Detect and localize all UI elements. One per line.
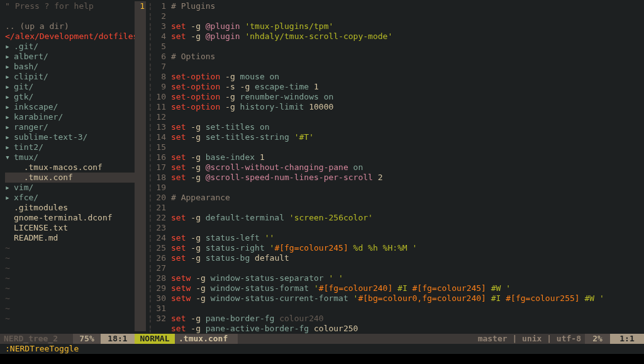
code-line[interactable]: setw -g window-status-current-format '#[…: [171, 293, 644, 304]
nerdtree-root-path[interactable]: </alex/Development/dotfiles/: [5, 31, 135, 42]
vim-mode-indicator: NORMAL: [135, 334, 175, 344]
code-line[interactable]: set -g pane-active-border-fg colour250: [171, 324, 644, 334]
tree-folder[interactable]: ▸.git/: [5, 42, 135, 52]
tilde-line: ~: [5, 263, 135, 273]
nerdtree-help: " Press ? for help: [5, 1, 135, 11]
line-number: 7: [155, 62, 166, 72]
tree-folder[interactable]: ▸xfce/: [5, 193, 135, 203]
code-line[interactable]: set-option -g renumber-windows on: [171, 92, 644, 102]
line-number: 3: [155, 21, 166, 31]
tree-file[interactable]: gnome-terminal.dconf: [5, 213, 135, 223]
line-number: 18: [155, 173, 166, 183]
tree-file[interactable]: .tmux.conf: [5, 173, 135, 183]
line-number: 21: [155, 203, 166, 213]
code-line[interactable]: set -g pane-border-fg colour240: [171, 314, 644, 324]
line-number: 24: [155, 233, 166, 243]
code-line[interactable]: set -g @scroll-speed-num-lines-per-scrol…: [171, 173, 644, 183]
code-line[interactable]: set -g set-titles-string '#T': [171, 132, 644, 142]
code-line[interactable]: [171, 203, 644, 213]
tree-folder[interactable]: ▸karabiner/: [5, 112, 135, 122]
tilde-line: ~: [5, 293, 135, 304]
code-line[interactable]: [171, 263, 644, 273]
code-line[interactable]: [171, 62, 644, 72]
code-line[interactable]: # Plugins: [171, 1, 644, 11]
line-number: 23: [155, 223, 166, 233]
code-line[interactable]: [171, 183, 644, 193]
code-line[interactable]: [171, 42, 644, 52]
code-line[interactable]: set -g status-right '#[fg=colour245] %d …: [171, 243, 644, 253]
tree-status-position: 18:1: [101, 334, 135, 344]
line-number: 1: [155, 1, 166, 11]
tree-folder[interactable]: ▸gtk/: [5, 92, 135, 102]
code-line[interactable]: [171, 142, 644, 152]
code-line[interactable]: [171, 11, 644, 21]
line-number: 9: [155, 82, 166, 92]
nerdtree-pane[interactable]: " Press ? for help .. (up a dir) </alex/…: [0, 0, 135, 331]
status-position: 1:1: [610, 334, 644, 344]
tree-folder[interactable]: ▸ranger/: [5, 122, 135, 132]
code-line[interactable]: set-option -s -g escape-time 1: [171, 82, 644, 92]
code-line[interactable]: set -g set-titles on: [171, 122, 644, 132]
line-number: 29: [155, 283, 166, 293]
tree-folder[interactable]: ▸inkscape/: [5, 102, 135, 112]
code-line[interactable]: setw -g window-status-separator ' ': [171, 273, 644, 283]
code-line[interactable]: [171, 304, 644, 314]
line-number: 4: [155, 31, 166, 42]
line-number: 17: [155, 162, 166, 173]
tree-folder[interactable]: ▸tint2/: [5, 142, 135, 152]
tilde-line: ~: [5, 283, 135, 293]
code-line[interactable]: [171, 112, 644, 122]
line-number: 15: [155, 142, 166, 152]
tree-file[interactable]: README.md: [5, 233, 135, 243]
tilde-line: ~: [5, 253, 135, 263]
line-number: 31: [155, 304, 166, 314]
tree-folder[interactable]: ▸albert/: [5, 52, 135, 62]
code-line[interactable]: setw -g window-status-format '#[fg=colou…: [171, 283, 644, 293]
code-line[interactable]: set -g @plugin 'tmux-plugins/tpm': [171, 21, 644, 31]
code-line[interactable]: set -g default-terminal 'screen-256color…: [171, 213, 644, 223]
line-number: 12: [155, 112, 166, 122]
tilde-line: ~: [5, 243, 135, 253]
tree-file[interactable]: .gitmodules: [5, 203, 135, 213]
line-number: 19: [155, 183, 166, 193]
line-number: 2: [155, 11, 166, 21]
line-number: 10: [155, 92, 166, 102]
code-line[interactable]: set-option -g history-limit 10000: [171, 102, 644, 112]
nerdtree-up-dir[interactable]: .. (up a dir): [5, 21, 135, 31]
tree-file[interactable]: .tmux-macos.conf: [5, 162, 135, 173]
tilde-line: ~: [5, 314, 135, 324]
line-number: 30: [155, 293, 166, 304]
code-line[interactable]: # Appearance: [171, 193, 644, 203]
tree-folder[interactable]: ▸git/: [5, 82, 135, 92]
command-line[interactable]: :NERDTreeToggle: [0, 344, 79, 354]
line-number: 27: [155, 263, 166, 273]
line-number: 28: [155, 273, 166, 283]
editor-pane[interactable]: 1 ¦¦¦¦¦¦¦¦¦¦¦¦¦¦¦¦¦¦¦¦¦¦¦¦¦¦¦¦¦¦¦¦¦ 1234…: [135, 0, 644, 331]
tilde-line: ~: [5, 304, 135, 314]
tree-file[interactable]: LICENSE.txt: [5, 223, 135, 233]
code-line[interactable]: set -g status-bg default: [171, 253, 644, 263]
status-percent: 2%: [585, 334, 610, 344]
line-number: 11: [155, 102, 166, 112]
code-line[interactable]: # Options: [171, 52, 644, 62]
code-line[interactable]: set -g status-left '': [171, 233, 644, 243]
tree-folder[interactable]: ▸sublime-text-3/: [5, 132, 135, 142]
tree-status-percent: 75%: [73, 334, 101, 344]
status-bar: NERD_tree_2 75% 18:1 NORMAL .tmux.conf m…: [0, 334, 644, 344]
code-line[interactable]: set -g @plugin 'nhdaly/tmux-scroll-copy-…: [171, 31, 644, 42]
tree-folder[interactable]: ▸bash/: [5, 62, 135, 72]
line-number: 25: [155, 243, 166, 253]
line-number: 13: [155, 122, 166, 132]
line-number: 20: [155, 193, 166, 203]
tree-status-filename: NERD_tree_2: [0, 334, 73, 344]
line-number: 16: [155, 152, 166, 162]
line-number: 6: [155, 52, 166, 62]
code-line[interactable]: [171, 223, 644, 233]
tilde-line: ~: [5, 273, 135, 283]
tree-folder[interactable]: ▸clipit/: [5, 72, 135, 82]
code-line[interactable]: set-option -g mouse on: [171, 72, 644, 82]
code-line[interactable]: set -g @scroll-without-changing-pane on: [171, 162, 644, 173]
tree-folder[interactable]: ▸vim/: [5, 183, 135, 193]
code-line[interactable]: set -g base-index 1: [171, 152, 644, 162]
tree-folder[interactable]: ▾tmux/: [5, 152, 135, 162]
